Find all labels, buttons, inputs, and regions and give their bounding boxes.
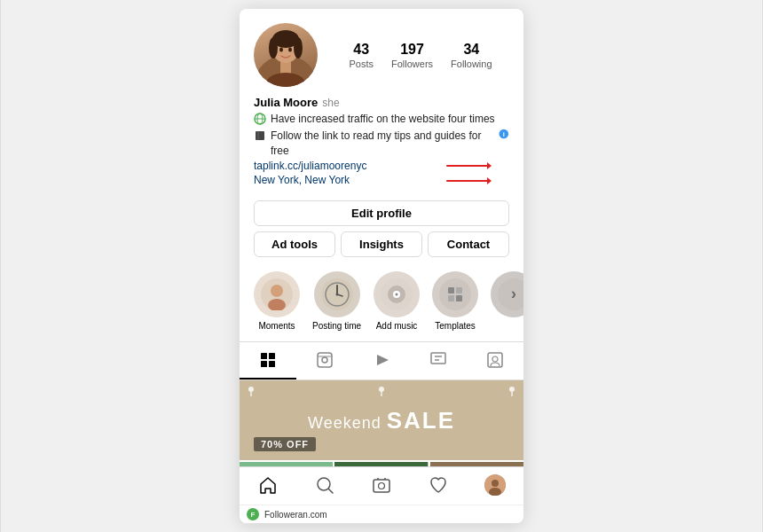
highlight-music[interactable]: Add music: [374, 271, 420, 331]
pin-icon-center: [375, 386, 388, 398]
svg-line-75: [329, 489, 334, 494]
stat-followers[interactable]: 197 Followers: [391, 42, 433, 69]
svg-rect-37: [261, 353, 267, 359]
highlight-music-label: Add music: [376, 321, 418, 331]
action-buttons: Edit profile Ad tools Insights Contact: [240, 193, 523, 264]
ad-tools-button[interactable]: Ad tools: [254, 231, 335, 257]
search-icon: [315, 475, 334, 495]
add-reel-icon: [372, 475, 391, 495]
svg-rect-34: [456, 295, 462, 301]
book-icon: [254, 129, 266, 142]
nav-home[interactable]: [240, 474, 296, 496]
heart-icon: [429, 475, 448, 495]
watermark-text: Followeran.com: [264, 510, 327, 520]
svg-point-81: [492, 480, 499, 487]
highlight-templates[interactable]: Templates: [432, 271, 478, 331]
svg-point-54: [509, 387, 515, 392]
svg-rect-32: [456, 287, 462, 293]
tab-profile-tagged[interactable]: [467, 342, 523, 379]
music-image: [381, 278, 413, 310]
svg-point-49: [492, 356, 498, 362]
svg-text:›: ›: [511, 285, 516, 302]
bio-line-2: Follow the link to read my tips and guid…: [254, 129, 509, 159]
pin-icon-left: [245, 386, 257, 398]
svg-rect-40: [269, 361, 275, 367]
profile-header: 43 Posts 197 Followers 34 Following: [240, 9, 523, 94]
pin-icon-right: [506, 386, 518, 398]
highlight-circle-moments: [254, 271, 300, 317]
svg-rect-33: [448, 295, 454, 301]
svg-point-74: [318, 478, 330, 490]
svg-point-30: [439, 278, 471, 310]
highlight-circle-more: ›: [491, 271, 523, 317]
photo-macarons: [240, 462, 333, 466]
svg-rect-76: [374, 480, 389, 492]
highlight-moments[interactable]: Moments: [254, 271, 300, 331]
profile-name: Julia Moore: [254, 96, 318, 109]
name-row: Julia Moore she: [254, 96, 509, 109]
insights-button[interactable]: Insights: [341, 231, 422, 257]
bottom-nav: [240, 466, 523, 505]
tab-reels[interactable]: [296, 342, 353, 379]
svg-marker-17: [487, 177, 492, 184]
highlight-moments-label: Moments: [258, 321, 295, 331]
profile-pronoun: she: [322, 97, 339, 109]
highlight-templates-label: Templates: [435, 321, 476, 331]
posting-image: [321, 278, 353, 310]
followers-label: Followers: [391, 59, 433, 69]
svg-point-7: [279, 48, 283, 52]
watermark: F Followeran.com: [240, 505, 523, 523]
svg-rect-12: [256, 131, 264, 140]
grid-photo-2[interactable]: [334, 462, 428, 466]
avatar: [254, 23, 318, 87]
secondary-buttons-row: Ad tools Insights Contact: [254, 231, 509, 257]
photo-grid: Weekend SALE 70% OFF: [240, 380, 523, 466]
phone-frame: 43 Posts 197 Followers 34 Following: [240, 9, 523, 523]
tagged-tab-icon: [429, 351, 447, 369]
sale-post[interactable]: Weekend SALE 70% OFF: [240, 380, 523, 460]
watermark-globe-icon: F: [247, 508, 259, 520]
highlight-more[interactable]: ›: [491, 271, 523, 331]
nav-reels[interactable]: [353, 474, 410, 496]
stat-posts[interactable]: 43 Posts: [349, 42, 374, 69]
svg-rect-41: [318, 353, 332, 367]
highlight-circle-music: [374, 271, 420, 317]
svg-rect-56: [240, 462, 333, 466]
grid-photo-3[interactable]: [430, 462, 523, 466]
svg-rect-69: [430, 462, 523, 466]
location-row: New York, New York: [254, 174, 509, 186]
more-highlight-image: ›: [498, 278, 523, 310]
svg-point-77: [379, 483, 385, 489]
nav-heart[interactable]: [410, 474, 467, 496]
svg-text:i: i: [503, 130, 505, 138]
svg-rect-1: [280, 62, 291, 74]
templates-image: [439, 278, 471, 310]
arrow-icon-1: [438, 159, 492, 173]
nav-profile[interactable]: [467, 474, 523, 496]
posts-label: Posts: [349, 59, 374, 69]
nav-avatar-image: [484, 474, 506, 496]
reels-tab-icon: [316, 351, 334, 369]
tab-tagged[interactable]: [410, 342, 467, 379]
sale-badge: 70% OFF: [254, 437, 316, 451]
highlight-posting[interactable]: Posting time: [312, 271, 361, 331]
video-tab-icon: [373, 351, 390, 369]
edit-profile-button[interactable]: Edit profile: [254, 200, 509, 226]
tab-video[interactable]: [353, 342, 410, 379]
arrow-icon-2: [438, 174, 492, 188]
followers-count: 197: [400, 42, 424, 58]
grid-tab-icon: [259, 351, 277, 369]
nav-search[interactable]: [296, 474, 353, 496]
globe-icon: [254, 113, 266, 125]
svg-point-50: [248, 387, 254, 392]
profile-tab-icon: [486, 351, 504, 369]
svg-point-19: [271, 285, 283, 297]
tab-grid[interactable]: [240, 342, 296, 379]
photo-flowers: [334, 462, 428, 466]
stat-following[interactable]: 34 Following: [451, 42, 492, 69]
grid-photo-1[interactable]: [240, 462, 333, 466]
highlight-circle-posting: [314, 271, 360, 317]
contact-button[interactable]: Contact: [428, 231, 509, 257]
svg-rect-62: [334, 462, 428, 466]
info-icon: i: [499, 129, 509, 139]
